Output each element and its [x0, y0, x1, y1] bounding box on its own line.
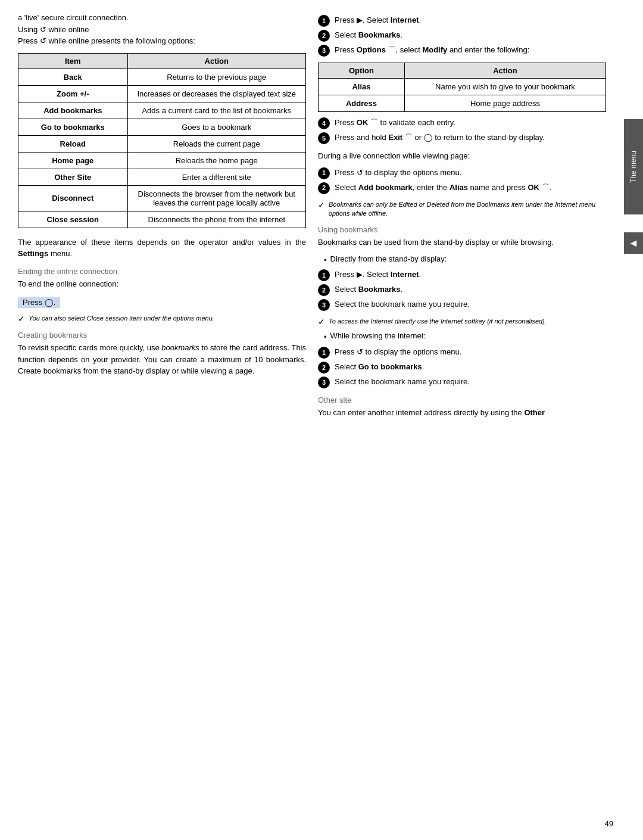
- bullet-dot-1: •: [324, 254, 327, 266]
- intro-text: a 'live' secure circuit connection. Usin…: [18, 12, 306, 47]
- browsing-step-3: 3 Select the bookmark name you require.: [318, 376, 606, 388]
- note-icon-2: ✓: [318, 200, 325, 210]
- action-homepage: Reloads the home page: [127, 152, 305, 169]
- live-steps-group: 1 Press ↺ to display the options menu. 2…: [318, 167, 606, 194]
- action-reload: Reloads the current page: [127, 135, 305, 152]
- table-row: Reload Reloads the current page: [18, 135, 306, 152]
- standby-step-num-3: 3: [318, 299, 330, 311]
- item-back: Back: [18, 69, 128, 85]
- table-row: Add bookmarks Adds a current card to the…: [18, 102, 306, 119]
- item-other-site: Other Site: [18, 169, 128, 185]
- table-row: Zoom +/- Increases or decreases the disp…: [18, 85, 306, 102]
- live-step-2-text: Select Add bookmark, enter the Alias nam…: [335, 182, 606, 194]
- item-reload: Reload: [18, 135, 128, 152]
- table-row: Go to bookmarks Goes to a bookmark: [18, 119, 306, 135]
- standby-step-1-text: Press ▶. Select Internet.: [335, 269, 606, 281]
- table-row: Address Home page address: [319, 95, 606, 112]
- side-tab: The menu: [624, 119, 643, 214]
- note-softkey-text: To access the Internet directly use the …: [329, 317, 547, 326]
- live-step-num-1: 1: [318, 167, 330, 179]
- action-zoom: Increases or decreases the displayed tex…: [127, 85, 305, 102]
- action-back: Returns to the previous page: [127, 69, 305, 85]
- ending-heading: Ending the online connection: [18, 267, 306, 276]
- note-close-session-text: You can also select Close session item u…: [29, 314, 214, 323]
- live-step-1-text: Press ↺ to display the options menu.: [335, 167, 606, 179]
- standby-step-3-text: Select the bookmark name you require.: [335, 298, 606, 310]
- press-highlight-block: Press ◯.: [18, 294, 306, 310]
- step-4-text: Press OK ⌒ to validate each entry.: [335, 117, 606, 129]
- option-address: Address: [319, 95, 405, 112]
- right-column: 1 Press ▶. Select Internet. 2 Select Boo…: [318, 12, 606, 828]
- other-site-body: You can enter another internet address d…: [318, 407, 606, 419]
- press-instruction: Press ◯.: [18, 297, 60, 308]
- browsing-step-2-text: Select Go to bookmarks.: [335, 361, 606, 373]
- action-col-header: Action: [404, 63, 605, 79]
- item-zoom: Zoom +/-: [18, 85, 128, 102]
- after-table-steps: 4 Press OK ⌒ to validate each entry. 5 P…: [318, 117, 606, 144]
- using-body: Bookmarks can be used from the stand-by …: [318, 237, 606, 248]
- note-bookmarks-text: Bookmarks can only be Edited or Deleted …: [329, 200, 606, 219]
- action-goto-bookmarks: Goes to a bookmark: [127, 119, 305, 135]
- action-disconnect: Disconnects the browser from the network…: [127, 185, 305, 211]
- creating-heading: Creating bookmarks: [18, 331, 306, 340]
- browsing-step-3-text: Select the bookmark name you require.: [335, 376, 606, 388]
- side-tab-label: The menu: [629, 151, 638, 183]
- item-disconnect: Disconnect: [18, 185, 128, 211]
- table-row: Close session Disconnects the phone from…: [18, 211, 306, 228]
- item-homepage: Home page: [18, 152, 128, 169]
- option-col-header: Option: [319, 63, 405, 79]
- arrow-tab: ◄: [624, 232, 643, 254]
- step-num-1: 1: [318, 15, 330, 27]
- standby-step-2-text: Select Bookmarks.: [335, 284, 606, 295]
- item-close-session: Close session: [18, 211, 128, 228]
- browsing-step-num-2: 2: [318, 362, 330, 374]
- creating-body: To revisit specific cards more quickly, …: [18, 342, 306, 377]
- step-1: 1 Press ▶. Select Internet.: [318, 14, 606, 27]
- note-internet-softkey: ✓ To access the Internet directly use th…: [318, 317, 606, 326]
- step-5: 5 Press and hold Exit ⌒ or ◯ to return t…: [318, 132, 606, 144]
- item-goto-bookmarks: Go to bookmarks: [18, 119, 128, 135]
- col-header-action: Action: [127, 53, 305, 69]
- bullet-browsing-text: While browsing the internet:: [330, 330, 426, 342]
- browsing-step-2: 2 Select Go to bookmarks.: [318, 361, 606, 374]
- live-step-2: 2 Select Add bookmark, enter the Alias n…: [318, 182, 606, 194]
- step-2-text: Select Bookmarks.: [335, 29, 606, 41]
- step-num-5: 5: [318, 132, 330, 144]
- ending-body: To end the online connection:: [18, 278, 306, 290]
- live-step-num-2: 2: [318, 182, 330, 194]
- intro-steps-group: 1 Press ▶. Select Internet. 2 Select Boo…: [318, 14, 606, 57]
- action-address: Home page address: [404, 95, 605, 112]
- standby-step-1: 1 Press ▶. Select Internet.: [318, 269, 606, 281]
- item-add-bookmarks: Add bookmarks: [18, 102, 128, 119]
- main-content: a 'live' secure circuit connection. Usin…: [0, 0, 624, 840]
- standby-steps: 1 Press ▶. Select Internet. 2 Select Boo…: [318, 269, 606, 311]
- appearance-text: The appearance of these items depends on…: [18, 237, 306, 260]
- step-num-3: 3: [318, 45, 330, 57]
- browsing-step-1-text: Press ↺ to display the options menu.: [335, 346, 606, 358]
- col-header-item: Item: [18, 53, 128, 69]
- step-4: 4 Press OK ⌒ to validate each entry.: [318, 117, 606, 129]
- action-close-session: Disconnects the phone from the internet: [127, 211, 305, 228]
- browsing-step-num-3: 3: [318, 377, 330, 388]
- step-num-2: 2: [318, 30, 330, 42]
- page-container: The menu ◄ a 'live' secure circuit conne…: [0, 0, 643, 840]
- option-alias: Alias: [319, 79, 405, 95]
- live-step-1: 1 Press ↺ to display the options menu.: [318, 167, 606, 179]
- bullet-standby-text: Directly from the stand-by display:: [330, 253, 447, 265]
- table-row: Home page Reloads the home page: [18, 152, 306, 169]
- bullet-standby: • Directly from the stand-by display:: [324, 253, 606, 266]
- action-alias: Name you wish to give to your bookmark: [404, 79, 605, 95]
- step-3-text: Press Options ⌒, select Modify and enter…: [335, 44, 606, 56]
- table-row: Back Returns to the previous page: [18, 69, 306, 85]
- options-table: Item Action Back Returns to the previous…: [18, 53, 306, 228]
- step-3: 3 Press Options ⌒, select Modify and ent…: [318, 44, 606, 57]
- standby-step-num-2: 2: [318, 284, 330, 296]
- page-number: 49: [605, 819, 613, 828]
- other-site-heading: Other site: [318, 396, 606, 405]
- step-5-text: Press and hold Exit ⌒ or ◯ to return to …: [335, 132, 606, 144]
- option-table: Option Action Alias Name you wish to giv…: [318, 63, 606, 112]
- table-row: Other Site Enter a different site: [18, 169, 306, 185]
- note-icon: ✓: [18, 314, 25, 323]
- standby-step-2: 2 Select Bookmarks.: [318, 284, 606, 296]
- bullet-dot-2: •: [324, 331, 327, 343]
